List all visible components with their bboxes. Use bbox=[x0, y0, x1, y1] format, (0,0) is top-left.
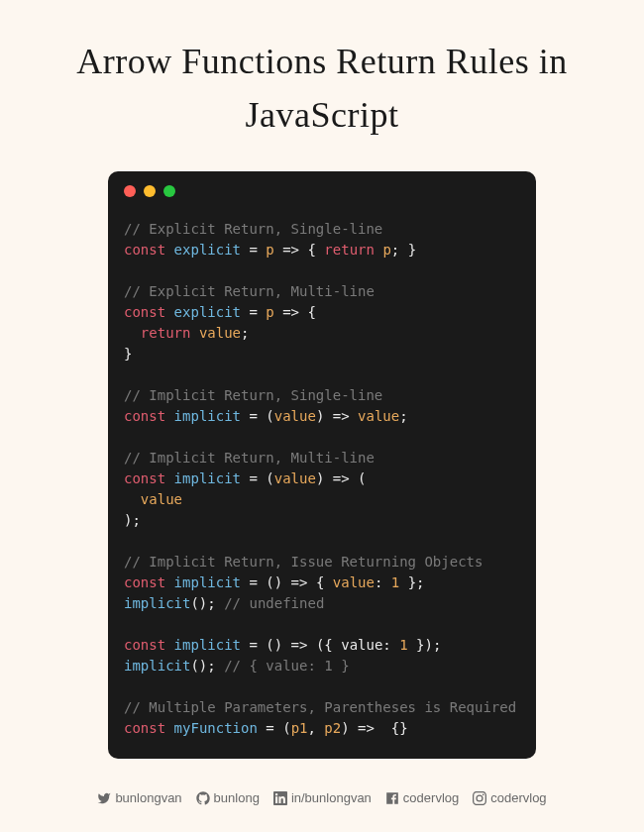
eq: = bbox=[241, 637, 266, 653]
param: p2 bbox=[324, 720, 341, 736]
minimize-icon bbox=[144, 185, 156, 197]
comma: , bbox=[307, 720, 324, 736]
fn-call: implicit bbox=[124, 658, 190, 674]
eq: = bbox=[241, 242, 266, 258]
return: return bbox=[324, 242, 375, 258]
arrow: => bbox=[282, 637, 316, 653]
comment: // Explicit Return, Single-line bbox=[124, 221, 382, 237]
linkedin-icon bbox=[273, 791, 287, 805]
semi: ; bbox=[132, 512, 140, 528]
keyword-const: const bbox=[124, 304, 165, 320]
arrow: => bbox=[282, 574, 316, 590]
social-handle: codervlog bbox=[403, 790, 459, 805]
page-title: Arrow Functions Return Rules in JavaScri… bbox=[0, 35, 644, 142]
traffic-lights bbox=[108, 171, 536, 207]
brace: } bbox=[408, 242, 416, 258]
brace: { bbox=[307, 242, 315, 258]
semi: ; bbox=[391, 242, 399, 258]
brace: { bbox=[307, 304, 315, 320]
obj-close: }); bbox=[408, 637, 442, 653]
keyword-const: const bbox=[124, 574, 165, 590]
paren: ( bbox=[282, 720, 290, 736]
fn-name: explicit bbox=[174, 242, 241, 258]
keyword-const: const bbox=[124, 470, 165, 486]
social-handle: in/bunlongvan bbox=[291, 790, 372, 805]
param: p bbox=[266, 304, 273, 320]
brace: { bbox=[316, 574, 324, 590]
facebook-icon bbox=[385, 791, 399, 805]
paren: ) bbox=[341, 720, 349, 736]
arrow: => bbox=[324, 408, 358, 424]
keyword-const: const bbox=[124, 720, 165, 736]
eq: = bbox=[241, 408, 266, 424]
code-block: // Explicit Return, Single-line const ex… bbox=[108, 207, 536, 739]
paren: ( bbox=[266, 408, 273, 424]
number: 1 bbox=[391, 574, 399, 590]
social-handle: bunlong bbox=[214, 790, 260, 805]
keyword-const: const bbox=[124, 242, 165, 258]
empty-body: {} bbox=[382, 720, 407, 736]
comment: // undefined bbox=[224, 595, 324, 611]
brace: } bbox=[408, 574, 416, 590]
return: return bbox=[141, 325, 191, 341]
social-linkedin[interactable]: in/bunlongvan bbox=[273, 790, 372, 805]
semi: ; bbox=[399, 408, 407, 424]
social-facebook[interactable]: codervlog bbox=[385, 790, 459, 805]
eq: = bbox=[241, 304, 266, 320]
arrow: => bbox=[274, 242, 308, 258]
param: p1 bbox=[291, 720, 308, 736]
call: (); bbox=[190, 658, 215, 674]
comment: // Implicit Return, Issue Returning Obje… bbox=[124, 554, 483, 570]
socials-row: bunlongvan bunlong in/bunlongvan codervl… bbox=[97, 790, 546, 805]
arrow: => bbox=[274, 304, 308, 320]
comment: // Explicit Return, Multi-line bbox=[124, 283, 375, 299]
fn-call: implicit bbox=[124, 595, 190, 611]
obj-open: ({ bbox=[316, 637, 341, 653]
fn-name: myFunction bbox=[174, 720, 258, 736]
param: p bbox=[266, 242, 273, 258]
github-icon bbox=[196, 791, 210, 805]
key: value bbox=[341, 637, 382, 653]
comment: // { value: 1 } bbox=[224, 658, 349, 674]
fn-name: explicit bbox=[174, 304, 241, 320]
number: 1 bbox=[399, 637, 407, 653]
keyword-const: const bbox=[124, 408, 165, 424]
close-icon bbox=[124, 185, 136, 197]
call: (); bbox=[190, 595, 215, 611]
instagram-icon bbox=[473, 791, 486, 805]
param: p bbox=[382, 242, 390, 258]
code-window: // Explicit Return, Single-line const ex… bbox=[108, 171, 536, 759]
keyword-const: const bbox=[124, 637, 165, 653]
fn-name: implicit bbox=[174, 574, 241, 590]
colon: : bbox=[382, 637, 399, 653]
eq: = bbox=[258, 720, 282, 736]
fn-name: implicit bbox=[174, 408, 241, 424]
social-instagram[interactable]: codervlog bbox=[473, 790, 546, 805]
paren: ( bbox=[266, 470, 273, 486]
value: value bbox=[358, 408, 399, 424]
paren: ( bbox=[358, 470, 366, 486]
comment: // Multiple Parameters, Parentheses is R… bbox=[124, 699, 516, 715]
key: value bbox=[333, 574, 375, 590]
fn-name: implicit bbox=[174, 637, 241, 653]
param: value bbox=[274, 470, 316, 486]
comment: // Implicit Return, Multi-line bbox=[124, 450, 375, 466]
maximize-icon bbox=[163, 185, 175, 197]
semi: ; bbox=[241, 325, 249, 341]
social-twitter[interactable]: bunlongvan bbox=[97, 790, 181, 805]
comment: // Implicit Return, Single-line bbox=[124, 387, 382, 403]
social-handle: bunlongvan bbox=[115, 790, 181, 805]
param: value bbox=[274, 408, 316, 424]
arrow: => bbox=[324, 470, 358, 486]
social-github[interactable]: bunlong bbox=[196, 790, 260, 805]
semi: ; bbox=[416, 574, 424, 590]
twitter-icon bbox=[97, 791, 111, 805]
eq: = bbox=[241, 574, 266, 590]
social-handle: codervlog bbox=[490, 790, 546, 805]
arrow: => bbox=[350, 720, 383, 736]
eq: = bbox=[241, 470, 266, 486]
value: value bbox=[199, 325, 241, 341]
fn-name: implicit bbox=[174, 470, 241, 486]
colon: : bbox=[375, 574, 391, 590]
value: value bbox=[141, 491, 182, 507]
